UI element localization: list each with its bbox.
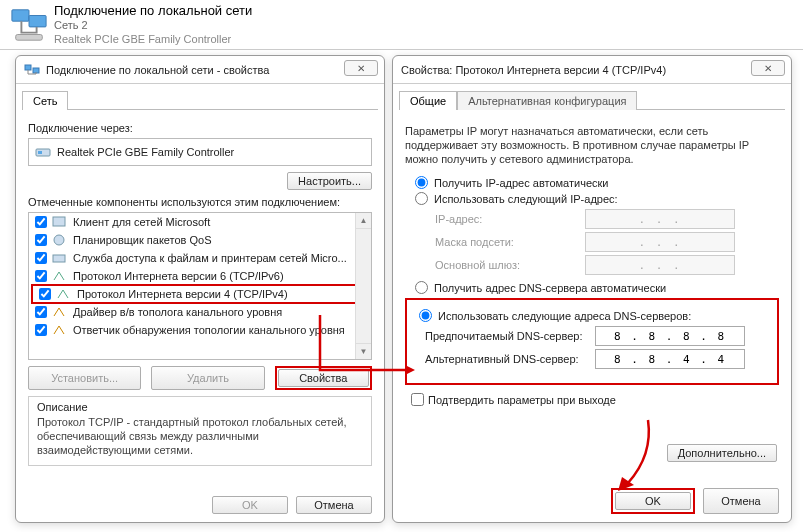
checkbox[interactable]: [35, 270, 47, 282]
radio-label: Использовать следующие адреса DNS-сервер…: [438, 310, 691, 322]
scrollbar[interactable]: ▲ ▼: [355, 213, 371, 359]
dns-alt-field[interactable]: 8 . 8 . 4 . 4: [595, 349, 745, 369]
advanced-button[interactable]: Дополнительно...: [667, 444, 777, 462]
close-button[interactable]: ✕: [751, 60, 785, 76]
ok-button[interactable]: OK: [615, 492, 691, 510]
ip-address-field: . . .: [585, 209, 735, 229]
svg-rect-0: [12, 9, 29, 20]
radio-dns-auto[interactable]: Получить адрес DNS-сервера автоматически: [405, 281, 779, 294]
list-item[interactable]: Клиент для сетей Microsoft: [29, 213, 371, 231]
description-fieldset: Описание Протокол TCP/IP - стандартный п…: [28, 396, 372, 466]
svg-rect-3: [25, 65, 31, 70]
ip-address-label: IP-адрес:: [435, 213, 585, 225]
dns-preferred-field[interactable]: 8 . 8 . 8 . 8: [595, 326, 745, 346]
cancel-button[interactable]: Отмена: [296, 496, 372, 514]
gateway-label: Основной шлюз:: [435, 259, 585, 271]
svg-rect-2: [16, 34, 43, 40]
radio-input[interactable]: [419, 309, 432, 322]
svg-rect-1: [29, 15, 46, 26]
list-item[interactable]: Ответчик обнаружения топологии канальног…: [29, 321, 371, 339]
description-text: Протокол TCP/IP - стандартный протокол г…: [37, 415, 363, 457]
tab-network[interactable]: Сеть: [22, 91, 68, 110]
radio-ip-manual[interactable]: Использовать следующий IP-адрес:: [405, 192, 779, 205]
qos-icon: [51, 232, 67, 248]
info-text: Параметры IP могут назначаться автоматич…: [405, 124, 779, 166]
checkbox[interactable]: [35, 306, 47, 318]
dns-alt-label: Альтернативный DNS-сервер:: [425, 353, 595, 365]
checkbox[interactable]: [411, 393, 424, 406]
tab-general[interactable]: Общие: [399, 91, 457, 110]
network-adapter-icon: [10, 6, 48, 44]
list-item[interactable]: Драйвер в/в тополога канального уровня: [29, 303, 371, 321]
scroll-down-icon[interactable]: ▼: [356, 343, 371, 359]
radio-input[interactable]: [415, 176, 428, 189]
responder-icon: [51, 322, 67, 338]
description-legend: Описание: [37, 401, 363, 413]
uninstall-button[interactable]: Удалить: [151, 366, 264, 390]
svg-point-8: [54, 235, 64, 245]
list-item-ipv4-highlighted[interactable]: Протокол Интернета версии 4 (TCP/IPv4): [31, 284, 369, 304]
titlebar[interactable]: Свойства: Протокол Интернета версии 4 (T…: [393, 56, 791, 84]
dialog-title: Свойства: Протокол Интернета версии 4 (T…: [401, 64, 666, 76]
ipv6-icon: [51, 268, 67, 284]
window-header: Подключение по локальной сети Сеть 2 Rea…: [0, 0, 803, 50]
dns-manual-highlight: Использовать следующие адреса DNS-сервер…: [405, 298, 779, 385]
header-device: Realtek PCIe GBE Family Controller: [54, 32, 252, 46]
list-item-label: Служба доступа к файлам и принтерам сете…: [73, 252, 347, 264]
radio-ip-auto[interactable]: Получить IP-адрес автоматически: [405, 176, 779, 189]
scroll-up-icon[interactable]: ▲: [356, 213, 371, 229]
subnet-mask-label: Маска подсети:: [435, 236, 585, 248]
driver-icon: [51, 304, 67, 320]
connection-properties-dialog: Подключение по локальной сети - свойства…: [15, 55, 385, 523]
list-item[interactable]: Планировщик пакетов QoS: [29, 231, 371, 249]
close-button[interactable]: ✕: [344, 60, 378, 76]
checkbox[interactable]: [35, 324, 47, 336]
properties-button[interactable]: Свойства: [278, 369, 369, 387]
ipv4-properties-dialog: Свойства: Протокол Интернета версии 4 (T…: [392, 55, 792, 523]
radio-label: Использовать следующий IP-адрес:: [434, 193, 618, 205]
ipv4-icon: [55, 286, 71, 302]
cancel-button[interactable]: Отмена: [703, 488, 779, 514]
checkbox[interactable]: [35, 216, 47, 228]
client-icon: [51, 214, 67, 230]
header-subtitle: Сеть 2: [54, 18, 252, 32]
dialog-title: Подключение по локальной сети - свойства: [46, 64, 269, 76]
radio-label: Получить IP-адрес автоматически: [434, 177, 608, 189]
adapter-icon: [35, 144, 51, 160]
ok-highlight: OK: [611, 488, 695, 514]
adapter-box: Realtek PCIe GBE Family Controller: [28, 138, 372, 166]
checkbox[interactable]: [35, 252, 47, 264]
list-item-label: Планировщик пакетов QoS: [73, 234, 212, 246]
list-item-label: Драйвер в/в тополога канального уровня: [73, 306, 282, 318]
gateway-field: . . .: [585, 255, 735, 275]
checkbox[interactable]: [35, 234, 47, 246]
components-list[interactable]: Клиент для сетей Microsoft Планировщик п…: [28, 212, 372, 360]
dns-preferred-label: Предпочитаемый DNS-сервер:: [425, 330, 595, 342]
fileshare-icon: [51, 250, 67, 266]
list-item-label: Ответчик обнаружения топологии канальног…: [73, 324, 345, 336]
list-item-label: Протокол Интернета версии 4 (TCP/IPv4): [77, 288, 288, 300]
list-item[interactable]: Протокол Интернета версии 6 (TCP/IPv6): [29, 267, 371, 285]
ok-button[interactable]: OK: [212, 496, 288, 514]
radio-dns-manual[interactable]: Использовать следующие адреса DNS-сервер…: [409, 309, 769, 322]
radio-input[interactable]: [415, 281, 428, 294]
install-button[interactable]: Установить...: [28, 366, 141, 390]
radio-input[interactable]: [415, 192, 428, 205]
confirm-on-exit[interactable]: Подтвердить параметры при выходе: [405, 393, 779, 406]
tab-alternate[interactable]: Альтернативная конфигурация: [457, 91, 637, 110]
svg-rect-9: [53, 255, 65, 262]
list-item[interactable]: Служба доступа к файлам и принтерам сете…: [29, 249, 371, 267]
svg-rect-6: [38, 151, 42, 154]
connect-via-label: Подключение через:: [28, 122, 372, 134]
list-item-label: Протокол Интернета версии 6 (TCP/IPv6): [73, 270, 284, 282]
configure-button[interactable]: Настроить...: [287, 172, 372, 190]
svg-rect-7: [53, 217, 65, 226]
components-label: Отмеченные компоненты используются этим …: [28, 196, 372, 208]
checkbox[interactable]: [39, 288, 51, 300]
titlebar[interactable]: Подключение по локальной сети - свойства…: [16, 56, 384, 84]
adapter-name: Realtek PCIe GBE Family Controller: [57, 146, 234, 158]
subnet-mask-field: . . .: [585, 232, 735, 252]
network-icon: [24, 62, 40, 78]
list-item-label: Клиент для сетей Microsoft: [73, 216, 210, 228]
radio-label: Получить адрес DNS-сервера автоматически: [434, 282, 666, 294]
